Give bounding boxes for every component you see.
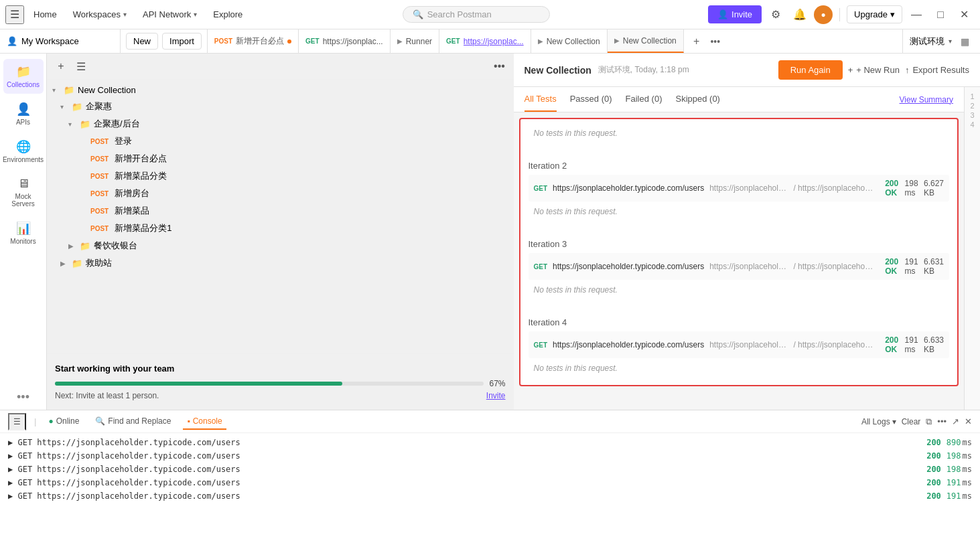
request-url-main: https://jsonplaceholder.typicode.com/use… <box>553 262 704 271</box>
external-link-icon[interactable]: ↗ <box>952 416 959 426</box>
console-layout-button[interactable]: ☰ <box>8 413 26 430</box>
upgrade-button[interactable]: Upgrade ▾ <box>847 5 902 23</box>
no-tests-text: No tests in this request. <box>529 281 950 301</box>
tree-item-qjh-backend[interactable]: ▾ 📁 企聚惠/后台 <box>47 115 514 133</box>
hamburger-icon[interactable]: ☰ <box>5 5 24 24</box>
settings-icon[interactable]: ⚙ <box>766 5 786 25</box>
more-button[interactable]: ••• <box>491 58 508 75</box>
sidebar-item-collections[interactable]: 📁 Collections <box>3 59 44 94</box>
clear-button[interactable]: Clear <box>902 417 921 426</box>
request-row[interactable]: GET https://jsonplaceholder.typicode.com… <box>529 253 950 280</box>
tree-item-xzcpfl[interactable]: POST 新增菜品分类 <box>47 167 514 185</box>
console-tab-active[interactable]: ▪ Console <box>183 414 226 430</box>
filter-button[interactable]: ☰ <box>72 58 90 75</box>
run-again-button[interactable]: Run Again <box>778 60 843 80</box>
request-row[interactable]: GET https://jsonplaceholder.typicode.com… <box>529 331 950 358</box>
close-icon[interactable]: ✕ <box>955 5 975 25</box>
collection-tree: ▾ 📁 New Collection ▾ 📁 企聚惠 ▾ 📁 企聚惠/后台 PO… <box>47 80 514 353</box>
sidebar-item-monitors[interactable]: 📊 Monitors <box>3 216 44 250</box>
invite-button[interactable]: 👤 Invite <box>708 5 762 23</box>
tree-item-xzcpfl1[interactable]: POST 新增菜品分类1 <box>47 220 514 237</box>
console-status-code: 200 <box>926 451 941 461</box>
tab-failed[interactable]: Failed (0) <box>626 87 662 112</box>
console-row[interactable]: ▶ GET https://jsonplaceholder.typicode.c… <box>0 436 980 449</box>
all-logs-button[interactable]: All Logs ▾ <box>861 417 896 426</box>
sidebar-item-environments[interactable]: 🌐 Environments <box>3 134 44 169</box>
workspaces-button[interactable]: Workspaces ▾ <box>66 7 133 22</box>
tab-environment[interactable]: 测试环境 ▾ ▦ <box>902 29 980 53</box>
console-row[interactable]: ▶ GET https://jsonplaceholder.typicode.c… <box>0 449 980 463</box>
progress-percentage: 67% <box>489 379 505 388</box>
view-summary-link[interactable]: View Summary <box>900 95 953 104</box>
close-console-icon[interactable]: ✕ <box>965 416 972 426</box>
explore-button[interactable]: Explore <box>206 7 249 22</box>
sidebar-item-mock-servers[interactable]: 🖥 Mock Servers <box>3 171 44 213</box>
console-row[interactable]: ▶ GET https://jsonplaceholder.typicode.c… <box>0 476 980 489</box>
new-run-button[interactable]: + + New Run <box>848 65 900 75</box>
tree-label: 企聚惠/后台 <box>94 118 508 130</box>
run-title: New Collection <box>524 65 591 76</box>
method-badge: POST <box>88 137 111 146</box>
tab-unsaved-dot <box>287 39 291 44</box>
tree-item-cysjt[interactable]: ▶ 📁 餐饮收银台 <box>47 237 514 254</box>
tab-post-request[interactable]: POST 新增开台必点 <box>208 29 299 53</box>
request-slash-url: / https://jsonplaceholder.typicode.com/u… <box>793 340 874 349</box>
run-sidebar-numbers: 1 2 3 4 <box>964 87 980 410</box>
tab-all-tests[interactable]: All Tests <box>524 87 557 112</box>
console-time: 191 <box>947 478 961 487</box>
request-row[interactable]: GET https://jsonplaceholder.typicode.com… <box>529 175 950 202</box>
home-button[interactable]: Home <box>27 7 64 22</box>
tab-runner[interactable]: ▶ Runner <box>391 29 439 53</box>
console-row[interactable]: ▶ GET https://jsonplaceholder.typicode.c… <box>0 489 980 503</box>
tree-item-login[interactable]: POST 登录 <box>47 133 514 150</box>
invite-link[interactable]: Invite <box>486 391 506 400</box>
maximize-icon[interactable]: □ <box>930 5 951 25</box>
top-nav: ☰ Home Workspaces ▾ API Network ▾ Explor… <box>0 0 980 29</box>
console-time: 198 <box>947 465 961 474</box>
tree-item-xzcp[interactable]: POST 新增菜品 <box>47 202 514 220</box>
tab-skipped[interactable]: Skipped (0) <box>675 87 719 112</box>
tree-item-xztb[interactable]: POST 新增开台必点 <box>47 150 514 167</box>
tree-item-xzft[interactable]: POST 新增房台 <box>47 185 514 202</box>
tree-item-new-collection[interactable]: ▾ 📁 New Collection <box>47 82 514 98</box>
tree-label: 救助站 <box>86 257 508 269</box>
request-slash-url: / https://jsonplaceholder.typicode.com/u… <box>793 262 874 271</box>
tab-new-collection-2[interactable]: ▶ New Collection <box>608 29 684 53</box>
tree-item-jzz[interactable]: ▶ 📁 救助站 <box>47 254 514 272</box>
main-area: 📁 Collections 👤 APIs 🌐 Environments 🖥 Mo… <box>0 54 980 410</box>
bell-icon[interactable]: 🔔 <box>790 5 810 25</box>
folder-icon: 📁 <box>80 119 90 129</box>
tab-passed[interactable]: Passed (0) <box>570 87 612 112</box>
api-network-button[interactable]: API Network ▾ <box>136 7 204 22</box>
console-more-icon[interactable]: ••• <box>937 416 947 426</box>
search-bar[interactable]: 🔍 Search Postman <box>403 6 550 23</box>
sidebar-item-apis[interactable]: 👤 APIs <box>3 96 44 131</box>
run-header-actions: Run Again + + New Run ↑ Export Results <box>778 60 969 80</box>
team-banner: Start working with your team 67% Next: I… <box>47 353 514 410</box>
tab-get-request-2[interactable]: GET https://jsonplac... <box>439 29 531 53</box>
tree-label: 新增房台 <box>115 187 508 200</box>
copy-icon[interactable]: ⧉ <box>926 416 932 427</box>
minimize-icon[interactable]: — <box>906 5 926 25</box>
tab-add-button[interactable]: + <box>688 33 705 50</box>
console-find-replace-tab[interactable]: 🔍 Find and Replace <box>91 414 175 430</box>
console-online-tab[interactable]: ● Online <box>44 414 83 430</box>
workspace-selector[interactable]: 👤 My Workspace <box>0 29 121 53</box>
tab-play-icon: ▶ <box>614 37 620 44</box>
new-button[interactable]: New <box>126 33 158 50</box>
add-collection-button[interactable]: + <box>52 58 70 75</box>
export-results-button[interactable]: ↑ Export Results <box>905 65 969 75</box>
tests-tabs: All Tests Passed (0) Failed (0) Skipped … <box>514 87 965 112</box>
console-row[interactable]: ▶ GET https://jsonplaceholder.typicode.c… <box>0 463 980 476</box>
tab-more-button[interactable]: ••• <box>707 33 724 50</box>
console-url: ▶ GET https://jsonplaceholder.typicode.c… <box>8 491 921 501</box>
sidebar-more-button[interactable]: ••• <box>11 385 35 410</box>
request-size: 6.633 KB <box>924 335 944 354</box>
folder-icon: 📁 <box>72 258 82 268</box>
team-banner-title: Start working with your team <box>55 364 506 374</box>
tab-new-collection-1[interactable]: ▶ New Collection <box>531 29 608 53</box>
env-grid-icon[interactable]: ▦ <box>956 33 973 50</box>
tree-item-qjh[interactable]: ▾ 📁 企聚惠 <box>47 98 514 115</box>
tab-get-request-1[interactable]: GET https://jsonplac... <box>299 29 391 53</box>
import-button[interactable]: Import <box>162 33 202 50</box>
